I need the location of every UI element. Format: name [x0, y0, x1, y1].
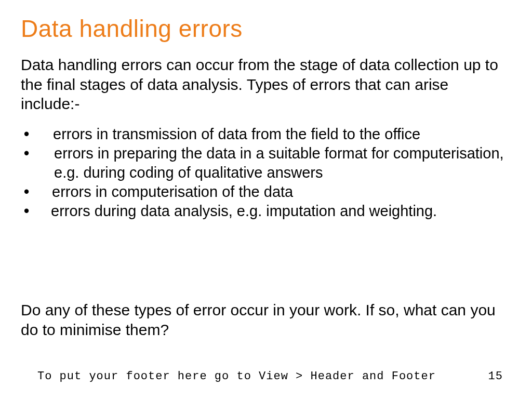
list-item-text: errors during data analysis, e.g. imputa… [51, 202, 504, 221]
list-item: • errors in transmission of data from th… [21, 125, 504, 144]
bullet-icon: • [21, 125, 51, 144]
list-item: • errors during data analysis, e.g. impu… [21, 202, 504, 221]
list-item-text: errors in preparing the data in a suitab… [51, 144, 504, 182]
bullet-list: • errors in transmission of data from th… [21, 125, 504, 221]
intro-paragraph: Data handling errors can occur from the … [21, 55, 504, 114]
closing-question: Do any of these types of error occur in … [21, 300, 504, 340]
list-item: • errors in preparing the data in a suit… [21, 144, 504, 182]
list-item: • errors in computerisation of the data [21, 182, 504, 202]
bullet-icon: • [21, 182, 51, 202]
list-item-text: errors in computerisation of the data [51, 182, 504, 202]
page-number: 15 [488, 370, 503, 383]
bullet-icon: • [21, 144, 51, 163]
slide: Data handling errors Data handling error… [0, 0, 532, 399]
slide-title: Data handling errors [21, 15, 243, 43]
footer-text: To put your footer here go to View > Hea… [37, 370, 436, 383]
bullet-icon: • [21, 202, 51, 221]
list-item-text: errors in transmission of data from the … [51, 125, 504, 144]
